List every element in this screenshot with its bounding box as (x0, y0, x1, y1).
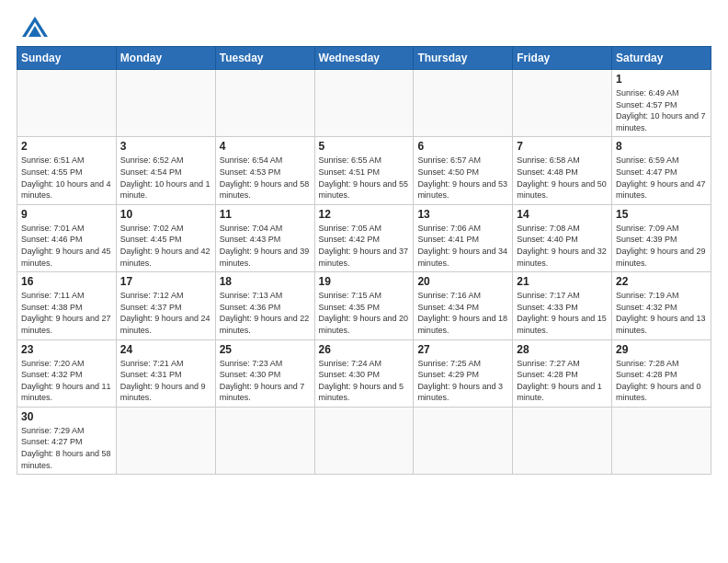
calendar-cell: 13Sunrise: 7:06 AM Sunset: 4:41 PM Dayli… (414, 204, 513, 271)
calendar-cell: 3Sunrise: 6:52 AM Sunset: 4:54 PM Daylig… (116, 137, 215, 204)
day-number: 8 (616, 140, 707, 153)
calendar-cell: 6Sunrise: 6:57 AM Sunset: 4:50 PM Daylig… (414, 137, 513, 204)
logo (17, 17, 50, 37)
calendar-cell (116, 407, 215, 474)
calendar-cell: 28Sunrise: 7:27 AM Sunset: 4:28 PM Dayli… (513, 339, 612, 407)
day-info: Sunrise: 6:57 AM Sunset: 4:50 PM Dayligh… (417, 155, 508, 201)
day-info: Sunrise: 7:13 AM Sunset: 4:36 PM Dayligh… (220, 290, 311, 336)
calendar-cell (215, 70, 314, 137)
day-info: Sunrise: 6:58 AM Sunset: 4:48 PM Dayligh… (517, 155, 608, 201)
calendar-cell: 4Sunrise: 6:54 AM Sunset: 4:53 PM Daylig… (215, 137, 314, 204)
calendar-cell (414, 70, 513, 137)
calendar-cell (414, 407, 513, 474)
calendar-cell: 9Sunrise: 7:01 AM Sunset: 4:46 PM Daylig… (17, 204, 117, 271)
day-info: Sunrise: 7:15 AM Sunset: 4:35 PM Dayligh… (319, 290, 410, 336)
weekday-header-sunday: Sunday (17, 47, 117, 70)
calendar-header-row: SundayMondayTuesdayWednesdayThursdayFrid… (17, 47, 711, 70)
day-info: Sunrise: 7:19 AM Sunset: 4:32 PM Dayligh… (616, 290, 707, 336)
day-number: 18 (220, 275, 311, 288)
day-number: 20 (417, 275, 508, 288)
day-info: Sunrise: 7:12 AM Sunset: 4:37 PM Dayligh… (120, 290, 211, 336)
calendar-cell: 30Sunrise: 7:29 AM Sunset: 4:27 PM Dayli… (17, 407, 117, 474)
calendar-cell (513, 407, 612, 474)
day-number: 11 (220, 208, 311, 221)
calendar-cell (17, 70, 117, 137)
calendar-cell: 1Sunrise: 6:49 AM Sunset: 4:57 PM Daylig… (612, 70, 711, 137)
day-number: 2 (21, 140, 112, 153)
day-number: 19 (319, 275, 410, 288)
calendar-week-2: 2Sunrise: 6:51 AM Sunset: 4:55 PM Daylig… (17, 137, 711, 204)
calendar-cell: 26Sunrise: 7:24 AM Sunset: 4:30 PM Dayli… (314, 339, 414, 407)
weekday-header-tuesday: Tuesday (215, 47, 314, 70)
day-info: Sunrise: 7:16 AM Sunset: 4:34 PM Dayligh… (417, 290, 508, 336)
day-number: 7 (517, 140, 608, 153)
calendar-cell: 14Sunrise: 7:08 AM Sunset: 4:40 PM Dayli… (513, 204, 612, 271)
day-number: 17 (120, 275, 211, 288)
calendar-cell: 12Sunrise: 7:05 AM Sunset: 4:42 PM Dayli… (314, 204, 414, 271)
calendar-cell: 27Sunrise: 7:25 AM Sunset: 4:29 PM Dayli… (414, 339, 513, 407)
calendar-cell (116, 70, 215, 137)
day-info: Sunrise: 7:21 AM Sunset: 4:31 PM Dayligh… (120, 358, 211, 404)
day-info: Sunrise: 7:25 AM Sunset: 4:29 PM Dayligh… (417, 358, 508, 404)
calendar-cell (215, 407, 314, 474)
day-info: Sunrise: 6:49 AM Sunset: 4:57 PM Dayligh… (616, 87, 707, 133)
calendar-cell: 21Sunrise: 7:17 AM Sunset: 4:33 PM Dayli… (513, 272, 612, 339)
day-number: 3 (120, 140, 211, 153)
day-info: Sunrise: 6:59 AM Sunset: 4:47 PM Dayligh… (616, 155, 707, 201)
calendar-cell (314, 407, 414, 474)
day-number: 28 (517, 343, 608, 356)
day-info: Sunrise: 7:20 AM Sunset: 4:32 PM Dayligh… (21, 358, 112, 404)
day-number: 9 (21, 208, 112, 221)
day-number: 13 (417, 208, 508, 221)
day-number: 12 (319, 208, 410, 221)
day-number: 24 (120, 343, 211, 356)
day-info: Sunrise: 7:29 AM Sunset: 4:27 PM Dayligh… (21, 425, 112, 471)
weekday-header-friday: Friday (513, 47, 612, 70)
calendar-cell: 16Sunrise: 7:11 AM Sunset: 4:38 PM Dayli… (17, 272, 117, 339)
day-info: Sunrise: 6:51 AM Sunset: 4:55 PM Dayligh… (21, 155, 112, 201)
day-info: Sunrise: 7:24 AM Sunset: 4:30 PM Dayligh… (319, 358, 410, 404)
day-info: Sunrise: 6:52 AM Sunset: 4:54 PM Dayligh… (120, 155, 211, 201)
calendar-week-6: 30Sunrise: 7:29 AM Sunset: 4:27 PM Dayli… (17, 407, 711, 474)
calendar-week-1: 1Sunrise: 6:49 AM Sunset: 4:57 PM Daylig… (17, 70, 711, 137)
day-info: Sunrise: 7:27 AM Sunset: 4:28 PM Dayligh… (517, 358, 608, 404)
day-number: 27 (417, 343, 508, 356)
day-info: Sunrise: 7:17 AM Sunset: 4:33 PM Dayligh… (517, 290, 608, 336)
calendar-cell: 18Sunrise: 7:13 AM Sunset: 4:36 PM Dayli… (215, 272, 314, 339)
page: SundayMondayTuesdayWednesdayThursdayFrid… (0, 0, 728, 563)
day-number: 26 (319, 343, 410, 356)
calendar-week-3: 9Sunrise: 7:01 AM Sunset: 4:46 PM Daylig… (17, 204, 711, 271)
day-number: 14 (517, 208, 608, 221)
day-number: 25 (220, 343, 311, 356)
day-number: 21 (517, 275, 608, 288)
calendar-cell: 23Sunrise: 7:20 AM Sunset: 4:32 PM Dayli… (17, 339, 117, 407)
day-info: Sunrise: 7:06 AM Sunset: 4:41 PM Dayligh… (417, 223, 508, 269)
logo-icon (22, 17, 48, 37)
day-info: Sunrise: 6:54 AM Sunset: 4:53 PM Dayligh… (220, 155, 311, 201)
day-number: 30 (21, 410, 112, 423)
calendar: SundayMondayTuesdayWednesdayThursdayFrid… (17, 46, 711, 475)
calendar-cell: 2Sunrise: 6:51 AM Sunset: 4:55 PM Daylig… (17, 137, 117, 204)
calendar-cell (314, 70, 414, 137)
calendar-cell: 7Sunrise: 6:58 AM Sunset: 4:48 PM Daylig… (513, 137, 612, 204)
calendar-week-4: 16Sunrise: 7:11 AM Sunset: 4:38 PM Dayli… (17, 272, 711, 339)
calendar-cell: 24Sunrise: 7:21 AM Sunset: 4:31 PM Dayli… (116, 339, 215, 407)
calendar-cell: 5Sunrise: 6:55 AM Sunset: 4:51 PM Daylig… (314, 137, 414, 204)
calendar-cell (612, 407, 711, 474)
day-number: 22 (616, 275, 707, 288)
calendar-cell: 11Sunrise: 7:04 AM Sunset: 4:43 PM Dayli… (215, 204, 314, 271)
day-number: 15 (616, 208, 707, 221)
calendar-cell: 20Sunrise: 7:16 AM Sunset: 4:34 PM Dayli… (414, 272, 513, 339)
weekday-header-wednesday: Wednesday (314, 47, 414, 70)
day-info: Sunrise: 7:02 AM Sunset: 4:45 PM Dayligh… (120, 223, 211, 269)
day-info: Sunrise: 6:55 AM Sunset: 4:51 PM Dayligh… (319, 155, 410, 201)
day-info: Sunrise: 7:23 AM Sunset: 4:30 PM Dayligh… (220, 358, 311, 404)
day-info: Sunrise: 7:04 AM Sunset: 4:43 PM Dayligh… (220, 223, 311, 269)
calendar-week-5: 23Sunrise: 7:20 AM Sunset: 4:32 PM Dayli… (17, 339, 711, 407)
header (17, 17, 711, 37)
calendar-cell: 10Sunrise: 7:02 AM Sunset: 4:45 PM Dayli… (116, 204, 215, 271)
calendar-cell: 29Sunrise: 7:28 AM Sunset: 4:28 PM Dayli… (612, 339, 711, 407)
day-number: 6 (417, 140, 508, 153)
day-info: Sunrise: 7:05 AM Sunset: 4:42 PM Dayligh… (319, 223, 410, 269)
day-number: 1 (616, 73, 707, 86)
